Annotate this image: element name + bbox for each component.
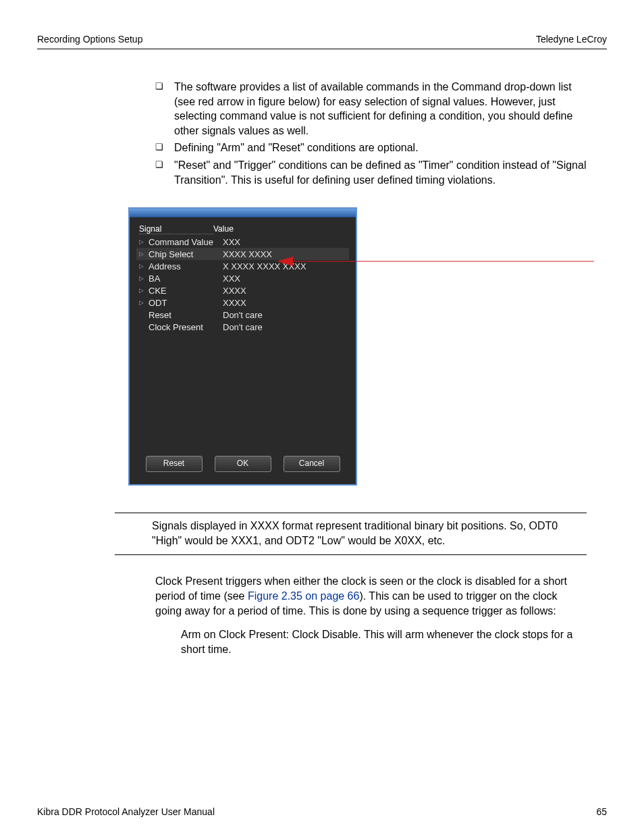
reset-button[interactable]: Reset [146,456,203,472]
signal-value: XXXX [223,286,246,296]
column-header-value: Value [213,224,335,234]
cancel-button[interactable]: Cancel [284,456,340,472]
header-left: Recording Options Setup [37,34,142,45]
table-row[interactable]: Clock PresentDon't care [136,321,349,333]
table-row[interactable]: ▷CKEXXXX [136,284,349,296]
expand-triangle-icon[interactable]: ▷ [139,299,149,306]
signal-value: X XXXX XXXX XXXX [223,261,306,271]
signal-value: XXXX [223,298,246,308]
signal-name: Clock Present [149,322,223,332]
running-footer: Kibra DDR Protocol Analyzer User Manual … [37,806,607,817]
expand-triangle-icon[interactable]: ▷ [139,275,149,282]
expand-triangle-icon[interactable]: ▷ [139,238,149,245]
signal-name: CKE [149,286,223,296]
expand-triangle-icon[interactable]: ▷ [139,251,149,257]
signal-value-dialog: Signal Value ▷Command ValueXXX▷Chip Sele… [128,207,357,486]
page-number: 65 [596,806,607,817]
signal-value: XXX [223,237,240,247]
signal-value: XXX [223,273,240,284]
figure-cross-reference[interactable]: Figure 2.35 on page 66 [248,590,359,602]
bullet-item: Defining "Arm" and "Reset" conditions ar… [155,140,587,155]
signal-value: XXXX XXXX [223,249,272,259]
table-row[interactable]: ▷AddressX XXXX XXXX XXXX [136,260,349,272]
clock-present-paragraph: Clock Present triggers when either the c… [155,574,587,618]
note-text: Signals displayed in XXXX format represe… [152,520,558,546]
table-row[interactable]: ▷Command ValueXXX [136,236,349,248]
signal-name: BA [149,273,223,284]
column-header-signal: Signal [139,224,213,234]
signal-name: Chip Select [149,249,223,259]
table-row[interactable]: ▷Chip SelectXXXX XXXX [136,248,349,260]
signal-table-header: Signal Value [139,224,349,234]
bullet-item: The software provides a list of availabl… [155,80,587,138]
signal-value: Don't care [223,322,263,332]
bullet-item: "Reset" and "Trigger" conditions can be … [155,158,587,187]
table-row[interactable]: ▷BAXXX [136,272,349,284]
running-header: Recording Options Setup Teledyne LeCroy [37,34,607,49]
signal-name: ODT [149,298,223,308]
signal-name: Address [149,261,223,271]
table-row[interactable]: ▷ODTXXXX [136,296,349,309]
signal-value: Don't care [223,310,263,320]
ok-button[interactable]: OK [215,456,271,472]
note-box: Signals displayed in XXXX format represe… [115,513,587,555]
table-row[interactable]: ResetDon't care [136,309,349,321]
signal-value-dialog-figure: Signal Value ▷Command ValueXXX▷Chip Sele… [128,207,368,486]
expand-triangle-icon[interactable]: ▷ [139,263,149,269]
expand-triangle-icon[interactable]: ▷ [139,287,149,294]
signal-name: Command Value [149,237,223,247]
bullet-list: The software provides a list of availabl… [155,80,587,187]
footer-left: Kibra DDR Protocol Analyzer User Manual [37,806,215,817]
arm-paragraph: Arm on Clock Present: Clock Disable. Thi… [181,627,587,656]
header-right: Teledyne LeCroy [536,34,607,45]
signal-table: ▷Command ValueXXX▷Chip SelectXXXX XXXX▷A… [136,236,349,450]
signal-name: Reset [149,310,223,320]
dialog-titlebar [130,209,356,217]
